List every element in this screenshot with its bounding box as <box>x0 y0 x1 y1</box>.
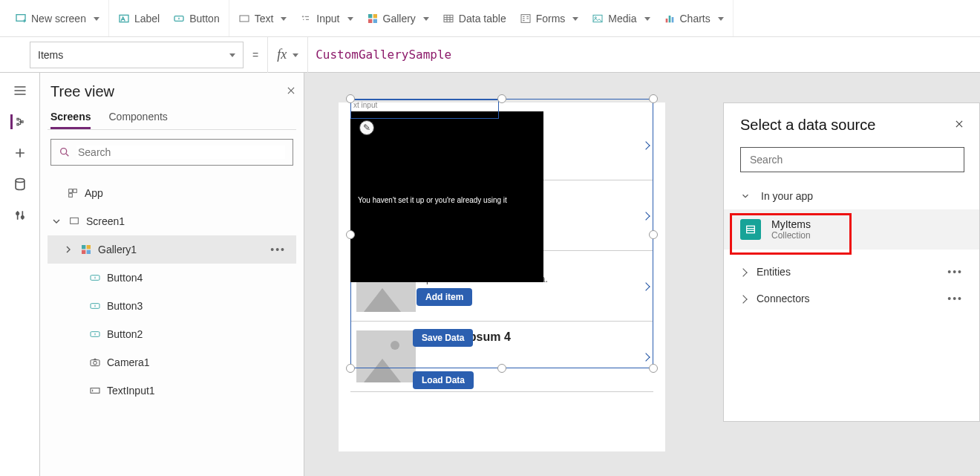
collection-icon <box>740 219 761 240</box>
text-button[interactable]: Text <box>238 13 287 25</box>
more-icon[interactable]: ••• <box>947 293 963 304</box>
media-button[interactable]: Media <box>592 13 650 25</box>
button-label: Button <box>189 13 219 25</box>
resize-handle[interactable] <box>649 230 658 239</box>
resize-handle[interactable] <box>649 94 658 103</box>
chevron-down-icon <box>715 13 724 25</box>
close-icon[interactable] <box>954 119 964 131</box>
input-button[interactable]: Input <box>300 13 353 25</box>
button-icon <box>89 272 101 284</box>
tab-screens[interactable]: Screens <box>50 111 91 129</box>
resize-handle[interactable] <box>497 364 506 373</box>
gallery-icon <box>367 13 379 25</box>
selection-label: xt input <box>353 101 377 109</box>
tab-components[interactable]: Components <box>108 111 167 129</box>
formula-input[interactable]: CustomGallerySample <box>308 37 980 72</box>
data-source-myitems[interactable]: MyItems Collection <box>724 209 979 250</box>
data-icon[interactable] <box>13 177 27 192</box>
svg-rect-33 <box>91 388 99 394</box>
svg-rect-3 <box>240 16 249 22</box>
chevron-down-icon <box>91 13 99 25</box>
data-table-icon <box>442 13 454 25</box>
svg-rect-21 <box>74 189 77 193</box>
tree-node-app[interactable]: App <box>48 179 296 207</box>
label-label: Label <box>134 13 160 25</box>
charts-button[interactable]: Charts <box>664 13 724 25</box>
tree-node-button4[interactable]: Button4 <box>48 264 296 292</box>
chevron-down-icon <box>344 13 353 25</box>
load-data-button[interactable]: Load Data <box>413 371 474 389</box>
screen-icon <box>68 215 80 227</box>
property-selector[interactable]: Items <box>30 42 244 68</box>
tree-node-label: Button3 <box>107 300 143 312</box>
tree-node-button3[interactable]: Button3 <box>48 292 296 320</box>
chevron-down-icon <box>641 13 650 25</box>
data-source-search[interactable] <box>740 147 964 172</box>
label-button[interactable]: Label <box>118 13 160 25</box>
insert-icon[interactable] <box>13 146 27 160</box>
close-icon[interactable] <box>286 85 296 98</box>
svg-rect-15 <box>671 17 673 22</box>
button-icon <box>173 13 185 25</box>
button-icon <box>89 328 101 340</box>
tree-node-label: App <box>85 187 103 199</box>
data-source-name: MyItems <box>771 218 811 230</box>
formula-bar: Items = fx CustomGallerySample <box>0 37 980 73</box>
section-in-your-app[interactable]: In your app <box>724 183 979 209</box>
tree-search[interactable] <box>50 139 293 166</box>
button-icon <box>89 300 101 312</box>
chevron-down-icon <box>740 191 751 201</box>
data-source-title: Select a data source <box>740 117 875 134</box>
more-icon[interactable]: ••• <box>270 244 286 255</box>
forms-button[interactable]: Forms <box>520 13 579 25</box>
svg-point-16 <box>16 179 24 183</box>
hamburger-icon[interactable] <box>13 83 27 98</box>
button-button[interactable]: Button <box>173 13 219 25</box>
data-table-button[interactable]: Data table <box>442 13 506 25</box>
edit-pencil-icon[interactable]: ✎ <box>359 120 374 135</box>
equals-sign: = <box>252 49 258 61</box>
new-screen-icon <box>15 13 27 25</box>
button-label: Add item <box>425 292 463 302</box>
save-data-button[interactable]: Save Data <box>413 329 473 347</box>
media-label: Media <box>608 13 636 25</box>
tree-node-gallery1[interactable]: Gallery1 ••• <box>48 235 296 264</box>
charts-icon <box>664 13 676 25</box>
resize-handle[interactable] <box>346 230 355 239</box>
svg-rect-22 <box>69 194 73 198</box>
data-source-search-input[interactable] <box>748 153 956 166</box>
svg-rect-10 <box>521 14 530 22</box>
resize-handle[interactable] <box>346 364 355 373</box>
resize-handle[interactable] <box>649 364 658 373</box>
tree-node-label: TextInput1 <box>107 385 155 397</box>
tree-node-textinput1[interactable]: TextInput1 <box>48 376 296 405</box>
svg-rect-7 <box>368 19 372 22</box>
label-icon <box>118 13 130 25</box>
tree-search-input[interactable] <box>76 146 285 159</box>
section-entities[interactable]: Entities ••• <box>724 258 979 285</box>
tree-node-camera1[interactable]: Camera1 <box>48 348 296 376</box>
tree-node-screen1[interactable]: Screen1 <box>48 207 296 235</box>
fx-button[interactable]: fx <box>267 37 308 73</box>
section-connectors[interactable]: Connectors ••• <box>724 285 979 312</box>
more-icon[interactable]: ••• <box>947 266 963 278</box>
app-stage[interactable]: Lorem ipsum 1 sit amet, metus, tincidunt <box>339 102 665 451</box>
text-label: Text <box>255 13 274 25</box>
tree-view-icon[interactable] <box>10 114 25 129</box>
tools-icon[interactable] <box>13 208 27 223</box>
section-label: Entities <box>757 266 791 278</box>
svg-point-4 <box>303 16 304 16</box>
resize-handle[interactable] <box>497 94 506 103</box>
formula-text: CustomGallerySample <box>316 48 451 62</box>
new-screen-button[interactable]: New screen <box>15 13 99 25</box>
svg-point-19 <box>61 149 67 154</box>
tree-node-label: Screen1 <box>86 215 125 227</box>
add-item-button[interactable]: Add item <box>416 288 472 306</box>
input-icon <box>300 13 312 25</box>
svg-rect-8 <box>373 19 376 22</box>
tree-node-button2[interactable]: Button2 <box>48 320 296 348</box>
svg-rect-24 <box>82 245 85 249</box>
new-screen-label: New screen <box>31 13 86 25</box>
tree-view-panel: Tree view Screens Components App Screen1 <box>40 73 304 476</box>
gallery-button[interactable]: Gallery <box>367 13 429 25</box>
